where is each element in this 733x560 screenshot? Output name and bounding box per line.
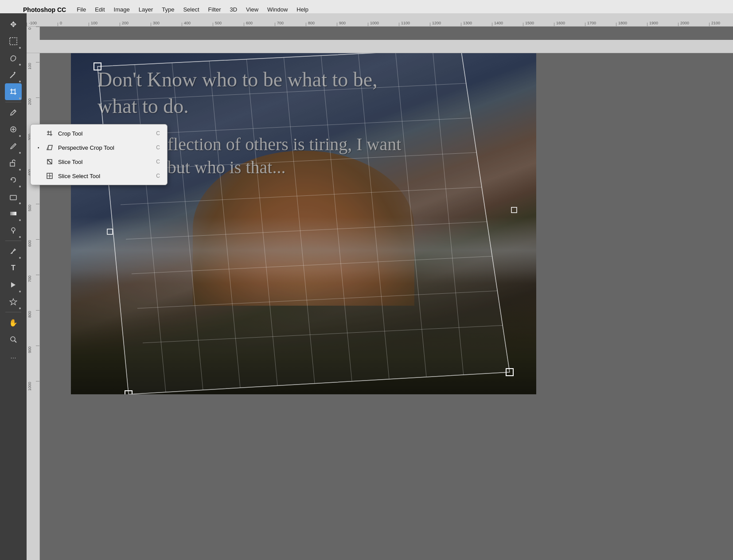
ctx-slice-tool[interactable]: Slice Tool C bbox=[31, 155, 167, 169]
svg-rect-15 bbox=[10, 195, 16, 200]
ruler-h-tick: 1900 bbox=[649, 21, 658, 25]
ruler-h-tick: 1000 bbox=[370, 21, 379, 25]
ctx-perspective-crop-label: Perspective Crop Tool bbox=[58, 144, 152, 151]
gradient-tool[interactable] bbox=[5, 205, 22, 222]
ruler-h-tick: -100 bbox=[29, 21, 37, 25]
ruler-v-tick: 0 bbox=[27, 27, 32, 30]
svg-line-3 bbox=[10, 74, 15, 78]
ruler-h-tick: 1500 bbox=[525, 21, 534, 25]
ctx-crop-tool[interactable]: Crop Tool C bbox=[31, 126, 167, 140]
ruler-v-tick: 200 bbox=[27, 98, 32, 105]
ruler-h-tick: 1700 bbox=[587, 21, 596, 25]
crop-svg bbox=[71, 49, 536, 394]
move-tool[interactable]: ✥ bbox=[5, 16, 22, 33]
ruler-h-tick: 200 bbox=[122, 21, 129, 25]
svg-point-20 bbox=[11, 337, 15, 341]
canvas-ruler-h: -100010020030040050060070080090010001100… bbox=[27, 13, 733, 27]
ruler-h-tick: 2000 bbox=[680, 21, 689, 25]
crop-tool[interactable] bbox=[5, 83, 22, 100]
ruler-h-tick: 300 bbox=[153, 21, 160, 25]
ruler-h-tick: 0 bbox=[60, 21, 62, 25]
ctx-slice-label: Slice Tool bbox=[58, 159, 152, 165]
svg-line-21 bbox=[15, 341, 16, 342]
ruler-v-tick: 500 bbox=[27, 205, 32, 211]
ruler-h-tick: 1200 bbox=[432, 21, 441, 25]
tool-separator-3 bbox=[5, 312, 21, 312]
ruler-h-tick: 700 bbox=[277, 21, 284, 25]
svg-point-17 bbox=[12, 228, 15, 231]
ruler-horizontal bbox=[13, 40, 733, 53]
canvas-ruler-v: 01002003004005006007008009001000 bbox=[27, 27, 40, 560]
pen-tool[interactable] bbox=[5, 243, 22, 260]
svg-line-10 bbox=[14, 111, 15, 112]
magic-wand-tool[interactable] bbox=[5, 66, 22, 83]
canvas-area[interactable]: Don't Know who to be what to be, what to… bbox=[27, 13, 733, 560]
ctx-crop-label: Crop Tool bbox=[58, 130, 152, 137]
slice-select-tool-icon bbox=[46, 172, 54, 180]
ruler-h-tick: 1600 bbox=[556, 21, 565, 25]
ruler-h-tick: 1800 bbox=[618, 21, 627, 25]
ruler-h-tick: 500 bbox=[215, 21, 222, 25]
ctx-perspective-crop-shortcut: C bbox=[156, 144, 160, 151]
ruler-v-tick: 700 bbox=[27, 276, 32, 282]
ruler-h-tick: 1300 bbox=[463, 21, 472, 25]
ruler-h-tick: 800 bbox=[308, 21, 315, 25]
slice-tool-icon bbox=[46, 158, 54, 166]
lasso-tool[interactable] bbox=[5, 50, 22, 66]
history-brush-tool[interactable] bbox=[5, 171, 22, 188]
toolbox: ✥ T ✋ … bbox=[0, 13, 27, 560]
perspective-crop-tool-icon bbox=[46, 144, 54, 152]
ruler-h-tick: 100 bbox=[91, 21, 97, 25]
svg-marker-60 bbox=[47, 145, 52, 150]
image-canvas: Don't Know who to be what to be, what to… bbox=[71, 49, 536, 394]
ctx-bullet-2: • bbox=[38, 145, 41, 150]
context-menu: Crop Tool C • Perspective Crop Tool C Sl… bbox=[30, 124, 168, 185]
type-tool[interactable]: T bbox=[5, 260, 22, 276]
clone-stamp-tool[interactable] bbox=[5, 155, 22, 171]
ctx-bullet-1 bbox=[38, 131, 41, 136]
ruler-v-tick: 600 bbox=[27, 240, 32, 247]
app-name: Photoshop CC bbox=[17, 6, 72, 13]
ctx-perspective-crop-tool[interactable]: • Perspective Crop Tool C bbox=[31, 140, 167, 155]
marquee-tool[interactable] bbox=[5, 33, 22, 50]
ruler-v-tick: 1000 bbox=[27, 382, 32, 391]
eyedropper-tool[interactable] bbox=[5, 104, 22, 121]
shape-tool[interactable] bbox=[5, 293, 22, 310]
crop-tool-icon bbox=[46, 129, 54, 137]
ruler-h-tick: 900 bbox=[339, 21, 346, 25]
ctx-slice-shortcut: C bbox=[156, 159, 160, 165]
path-select-tool[interactable] bbox=[5, 276, 22, 293]
svg-rect-16 bbox=[10, 212, 16, 215]
ctx-bullet-3 bbox=[38, 159, 41, 164]
svg-rect-14 bbox=[10, 163, 15, 166]
zoom-tool[interactable] bbox=[5, 331, 22, 348]
ctx-bullet-4 bbox=[38, 174, 41, 179]
svg-marker-19 bbox=[10, 299, 17, 305]
tool-separator-1 bbox=[5, 102, 21, 102]
dodge-tool[interactable] bbox=[5, 222, 22, 239]
eraser-tool[interactable] bbox=[5, 188, 22, 205]
ruler-h-tick: 1400 bbox=[494, 21, 503, 25]
ruler-h-tick: 600 bbox=[246, 21, 253, 25]
healing-brush-tool[interactable] bbox=[5, 121, 22, 138]
ruler-v-tick: 800 bbox=[27, 311, 32, 318]
ctx-slice-select-tool[interactable]: Slice Select Tool C bbox=[31, 169, 167, 183]
ruler-v-tick: 900 bbox=[27, 346, 32, 353]
svg-rect-2 bbox=[10, 38, 17, 45]
hand-tool[interactable]: ✋ bbox=[5, 314, 22, 331]
ruler-h-tick: 1100 bbox=[401, 21, 410, 25]
ruler-h-tick: 400 bbox=[184, 21, 191, 25]
ctx-crop-shortcut: C bbox=[156, 130, 160, 136]
brush-tool[interactable] bbox=[5, 138, 22, 155]
tool-separator-2 bbox=[5, 241, 21, 241]
ruler-h-tick: 2100 bbox=[711, 21, 720, 25]
svg-marker-25 bbox=[97, 49, 510, 394]
ctx-slice-select-label: Slice Select Tool bbox=[58, 173, 152, 179]
ruler-v-tick: 100 bbox=[27, 63, 32, 70]
ctx-slice-select-shortcut: C bbox=[156, 173, 160, 179]
more-tools[interactable]: … bbox=[5, 348, 22, 365]
